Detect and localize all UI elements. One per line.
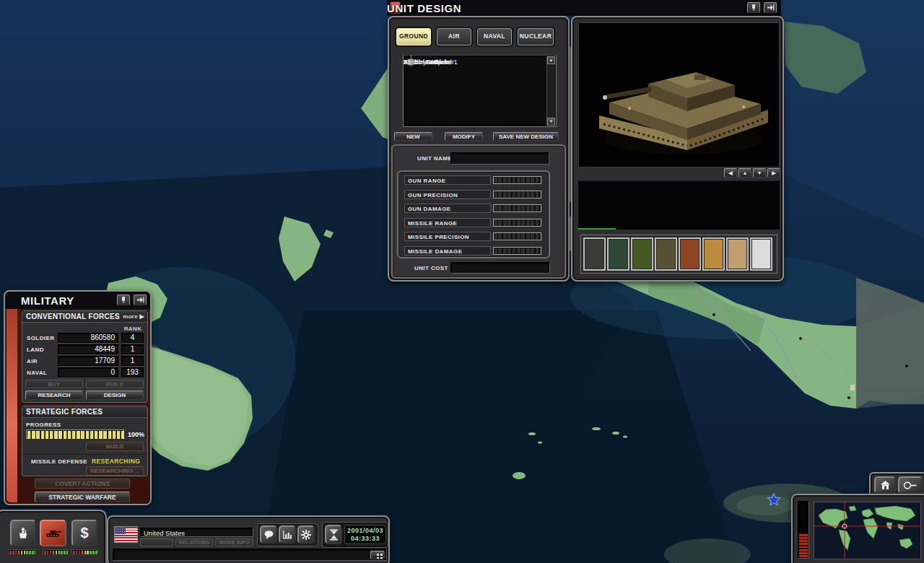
swatch-8[interactable] <box>750 237 772 271</box>
politics-button[interactable] <box>10 520 36 546</box>
settings-button[interactable] <box>297 525 315 544</box>
swatch-3[interactable] <box>631 237 653 271</box>
missile-precision-slider[interactable] <box>493 232 541 240</box>
clock-display: 2001/04/03 04:33:33 <box>344 525 386 544</box>
land-rank: 1 <box>121 344 144 354</box>
slider-label-box: MISSILE DAMAGE <box>404 246 491 256</box>
rotate-left-button[interactable]: ◀ <box>724 168 737 178</box>
arrow-right-icon <box>767 4 775 12</box>
missile-range-label: MISSILE RANGE <box>408 220 457 227</box>
expand-log-button[interactable] <box>370 551 385 559</box>
tree-scrollbar[interactable]: ▲ ▼ <box>546 56 555 126</box>
slider-label-box: MISSILE RANGE <box>404 218 491 227</box>
swatch-7[interactable] <box>726 237 749 271</box>
research-button[interactable]: RESEARCH <box>25 390 83 400</box>
covert-actions-button[interactable]: COVERT ACTIONS <box>35 479 130 489</box>
stats-button[interactable] <box>279 525 296 544</box>
missile-defense-research-button[interactable]: RESEARCHING ... <box>86 466 144 476</box>
military-pin-button[interactable] <box>117 294 130 305</box>
swatch-6[interactable] <box>702 237 725 271</box>
sliders-panel: GUN RANGE GUN PRECISION GUN DAMAGE MISSI… <box>397 170 550 258</box>
swatch-2[interactable] <box>607 237 629 271</box>
military-title: MILITARY <box>21 294 74 307</box>
land-value: 48449 <box>58 344 118 354</box>
missile-precision-label: MISSILE PRECISION <box>408 234 469 240</box>
design-button[interactable]: DESIGN <box>86 390 144 400</box>
zoom-control-button[interactable] <box>898 476 923 494</box>
buy-button[interactable]: BUY <box>25 380 83 388</box>
more-link[interactable]: more ▶ <box>123 311 144 323</box>
zoom-meter <box>798 501 809 559</box>
tab-naval[interactable]: NAVAL <box>477 28 512 45</box>
naval-label: NAVAL <box>27 370 47 376</box>
chat-button[interactable] <box>260 525 277 544</box>
strategic-build-button[interactable]: BUILD <box>86 442 144 451</box>
gun-precision-slider[interactable] <box>493 191 541 198</box>
collapse-button[interactable] <box>764 2 777 13</box>
missile-range-slider[interactable] <box>493 219 541 227</box>
swatch-1[interactable] <box>583 237 606 271</box>
country-extra-button[interactable] <box>140 538 173 546</box>
rotate-down-button[interactable]: ▼ <box>753 168 766 178</box>
status-message-bar[interactable] <box>113 549 387 561</box>
dots-grid-icon <box>377 554 379 556</box>
home-view-button[interactable] <box>874 476 896 494</box>
flag-canton <box>115 527 126 534</box>
unit-name-input[interactable] <box>450 152 549 165</box>
unit-design-tabs: GROUND AIR NAVAL NUCLEAR <box>396 28 554 45</box>
air-rank: 1 <box>121 356 144 366</box>
military-button[interactable] <box>40 520 66 546</box>
rotate-right-button[interactable]: ▶ <box>767 168 780 178</box>
gun-range-slider[interactable] <box>493 176 541 184</box>
economy-button[interactable]: $ <box>71 520 97 546</box>
minimap[interactable] <box>814 502 921 559</box>
soldier-label: SOLDIER <box>27 335 54 341</box>
gun-precision-label: GUN PRECISION <box>408 192 458 198</box>
economy-meter <box>71 549 97 554</box>
tree-item-k-1[interactable]: K-1 <box>404 58 556 66</box>
scroll-down-button[interactable]: ▼ <box>547 118 555 126</box>
sphere-toolbar: $ <box>0 510 107 563</box>
military-collapse-button[interactable] <box>134 294 147 305</box>
tab-nuclear[interactable]: NUCLEAR <box>518 28 554 45</box>
relations-button[interactable]: RELATIONS <box>175 538 213 546</box>
tab-air[interactable]: AIR <box>437 28 471 45</box>
save-new-design-button[interactable]: SAVE NEW DESIGN <box>493 132 559 141</box>
missile-damage-label: MISSILE DAMAGE <box>408 248 462 255</box>
unit-3d-preview[interactable] <box>578 22 780 167</box>
hourglass-icon <box>329 529 339 541</box>
rotate-controls: ◀ ▲ ▼ ▶ <box>724 168 780 178</box>
gun-damage-slider[interactable] <box>493 204 541 212</box>
magnifier-icon <box>903 481 918 490</box>
scroll-up-button[interactable]: ▲ <box>547 56 555 64</box>
strategic-warfare-button[interactable]: STRATEGIC WARFARE <box>35 492 130 502</box>
slider-label-box: MISSILE PRECISION <box>404 232 491 241</box>
time-control-button[interactable] <box>325 525 342 544</box>
unit-cost-input[interactable] <box>450 262 550 274</box>
missile-damage-slider[interactable] <box>493 247 541 255</box>
rotate-up-button[interactable]: ▲ <box>738 168 751 178</box>
tank-model <box>579 23 780 167</box>
politics-meter <box>8 549 35 554</box>
new-button[interactable]: NEW <box>394 132 432 141</box>
unit-preview-panel: ◀ ▲ ▼ ▶ <box>571 16 784 282</box>
more-info-button[interactable]: MORE INFO <box>215 538 253 546</box>
divider <box>22 454 147 455</box>
unit-name-label: UNIT NAME <box>417 155 452 162</box>
home-icon <box>880 480 891 490</box>
soldier-value: 860580 <box>58 333 118 343</box>
rank-column-header: RANK <box>122 326 144 332</box>
pin-button[interactable] <box>747 2 760 13</box>
bar-chart-icon <box>282 530 292 539</box>
swatch-5[interactable] <box>679 237 701 271</box>
chat-bubble-icon <box>263 530 274 540</box>
swatch-4[interactable] <box>655 237 677 271</box>
slider-label-box: GUN DAMAGE <box>404 204 491 213</box>
country-selector[interactable]: United States ▲ <box>140 528 253 537</box>
strategic-forces-header: STRATEGIC FORCES <box>22 406 147 418</box>
modify-button[interactable]: MODIFY <box>445 132 483 141</box>
tab-ground[interactable]: GROUND <box>396 28 431 45</box>
build-button[interactable]: BUILD <box>86 380 144 388</box>
tank-icon <box>45 528 62 539</box>
game-time: 04:33:33 <box>345 535 385 543</box>
